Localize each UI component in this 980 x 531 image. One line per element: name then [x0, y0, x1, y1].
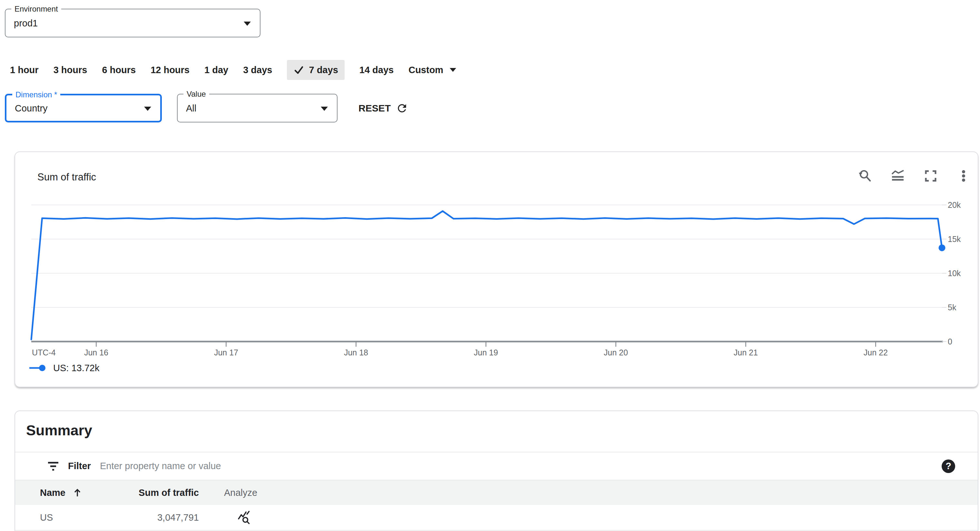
time-range-option[interactable]: 1 day — [204, 65, 228, 75]
filter-icon — [47, 461, 60, 472]
help-icon[interactable]: ? — [942, 459, 955, 473]
svg-text:UTC-4: UTC-4 — [32, 348, 56, 357]
traffic-chart-card: Sum of traffic — [14, 151, 978, 387]
time-range-option[interactable]: 12 hours — [151, 65, 189, 75]
svg-text:5k: 5k — [948, 303, 956, 312]
svg-text:Jun 17: Jun 17 — [214, 348, 238, 357]
value-select[interactable]: Value All — [177, 94, 337, 122]
column-header-sum-of-traffic[interactable]: Sum of traffic — [121, 488, 199, 498]
legend-toggle-icon — [891, 169, 905, 183]
svg-text:Jun 22: Jun 22 — [864, 348, 888, 357]
legend-label: US: 13.72k — [53, 363, 99, 374]
query-stats-icon — [238, 510, 252, 525]
chevron-down-icon — [450, 68, 456, 72]
reset-label: RESET — [358, 103, 391, 114]
svg-text:0: 0 — [948, 337, 952, 346]
kebab-menu-icon — [956, 169, 970, 183]
svg-text:Jun 20: Jun 20 — [604, 348, 628, 357]
refresh-icon — [396, 102, 408, 114]
svg-text:15k: 15k — [948, 235, 961, 243]
check-icon — [293, 64, 304, 75]
summary-table-header: Name Sum of traffic Analyze — [15, 480, 978, 505]
environment-select[interactable]: Environment prod1 — [5, 9, 261, 37]
time-range-custom[interactable]: Custom — [409, 65, 456, 75]
svg-text:Jun 16: Jun 16 — [84, 348, 108, 357]
svg-text:10k: 10k — [948, 269, 961, 278]
filter-label: Filter — [68, 461, 91, 471]
legend-line-marker — [29, 364, 47, 372]
time-range-option[interactable]: 3 days — [243, 65, 272, 75]
sort-ascending-icon — [73, 488, 82, 498]
filter-row: Filter ? — [15, 452, 978, 480]
dimension-value: Country — [15, 103, 48, 113]
row-name: US — [40, 512, 53, 523]
summary-card: Summary Filter ? Name Sum of traffic An — [14, 410, 978, 531]
fullscreen-icon — [924, 169, 938, 183]
time-range-option[interactable]: 1 hour — [10, 65, 39, 75]
filter-input[interactable] — [99, 460, 487, 472]
time-range-option-selected[interactable]: 7 days — [287, 60, 344, 80]
apigee-analytics-page: Environment prod1 1 hour3 hours6 hours12… — [0, 0, 980, 531]
zoom-history-button[interactable] — [858, 169, 872, 183]
reset-button[interactable]: RESET — [358, 94, 408, 122]
dimension-label: Dimension * — [12, 90, 60, 100]
analyze-button[interactable] — [238, 510, 252, 525]
summary-title: Summary — [26, 422, 92, 439]
traffic-line-chart[interactable]: 20k15k10k5k0Jun 16Jun 17Jun 18Jun 19Jun … — [15, 190, 978, 370]
svg-text:Jun 19: Jun 19 — [474, 348, 498, 357]
fullscreen-button[interactable] — [924, 169, 938, 183]
chevron-down-icon — [244, 22, 251, 26]
value-label: Value — [183, 89, 209, 99]
svg-text:Jun 21: Jun 21 — [734, 348, 758, 357]
chevron-down-icon — [321, 107, 328, 111]
chevron-down-icon — [144, 107, 151, 111]
environment-label: Environment — [11, 4, 61, 14]
environment-value: prod1 — [14, 18, 38, 29]
summary-table-body: US3,047,791 — [15, 505, 978, 531]
row-sum-of-traffic: 3,047,791 — [121, 512, 199, 523]
legend-toggle-button[interactable] — [891, 169, 905, 183]
table-row: US3,047,791 — [15, 505, 978, 531]
column-header-analyze: Analyze — [224, 488, 257, 498]
legend-item-us[interactable]: US: 13.72k — [29, 358, 99, 378]
chart-title: Sum of traffic — [37, 172, 96, 183]
dimension-select[interactable]: Dimension * Country — [5, 94, 162, 122]
zoom-history-icon — [858, 169, 872, 183]
time-range-options: 1 hour3 hours6 hours12 hours1 day3 days7… — [10, 60, 456, 80]
chart-toolbar — [858, 169, 970, 183]
more-options-button[interactable] — [956, 169, 970, 183]
time-range-option[interactable]: 14 days — [360, 65, 394, 75]
column-header-name[interactable]: Name — [40, 488, 82, 498]
svg-text:20k: 20k — [948, 200, 961, 210]
svg-text:Jun 18: Jun 18 — [344, 348, 368, 357]
value-value: All — [186, 103, 196, 113]
time-range-option[interactable]: 3 hours — [54, 65, 88, 75]
time-range-option[interactable]: 6 hours — [102, 65, 136, 75]
